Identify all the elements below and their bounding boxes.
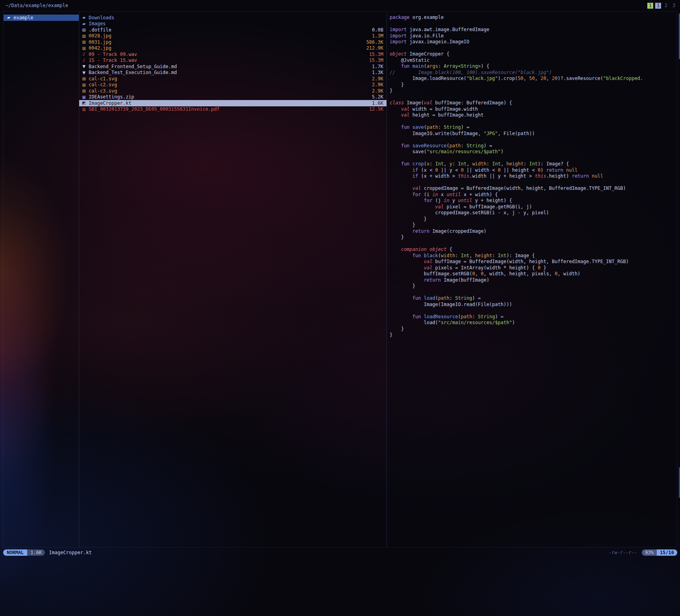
code-line [390,119,677,125]
code-line: fun load(path: String) = [390,295,677,302]
scroll-percent-badge: 93% [642,549,657,556]
file-row[interactable]: ▨cal-c1.svg2.9K [79,76,386,82]
file-row[interactable]: ▤.dotfile0.0B [79,27,386,33]
file-row[interactable]: ▨0031.jpg586.3K [79,39,386,45]
file-row[interactable]: ▨0028.jpg1.3M [79,33,386,39]
code-line: fun save(path: String) = [390,124,677,131]
code-line: if (x < 0 || y < 0 || width < 0 || heigh… [390,167,677,174]
status-left: NORMAL 1.6K ImageCropper.kt [3,549,92,556]
code-line: ImageIO.write(buffImage, "JPG", File(pat… [390,131,677,137]
file-row[interactable]: ◩ImageCropper.kt1.6K [79,100,386,106]
file-row[interactable]: ▼Backend_Frontend_Setup_Guide.md1.7K [79,63,386,70]
code-line: } [390,326,677,332]
tab-2[interactable]: 2 [663,3,669,9]
panes: ▰example ▰Downloads▰Images▤.dotfile0.0B▨… [3,11,677,547]
code-line: object ImageCropper { [390,51,677,58]
file-name: Images [89,21,380,26]
file-size: 5.2K [372,94,383,100]
audio-icon: ♪ [81,58,87,63]
code-line: val width = buffImage.width [390,106,677,113]
status-bar: NORMAL 1.6K ImageCropper.kt -rw-r--r-- 9… [3,549,677,556]
file-name: cal-c1.svg [89,76,369,82]
file-size: 212.9K [366,45,383,51]
preview-pane[interactable]: package org.exampleimport java.awt.image… [387,12,677,547]
file-row[interactable]: ▼Backend_Test_Execution_Guide.md1.3K [79,70,386,76]
file-name: cal-c2.svg [89,82,369,87]
screen: { "topbar": { "path": "~/Data/example/ex… [0,0,680,616]
code-line: val croppedImage = BufferedImage(width, … [390,186,677,192]
code-line: croppedImage.setRGB(i - x, j - y, pixel) [390,210,677,216]
code-line: return Image(buffImage) [390,277,677,284]
image-icon: ▨ [81,83,87,87]
file-row[interactable]: ▦IDEAsettings.zip5.2K [79,94,386,100]
file-name: Backend_Test_Execution_Guide.md [89,70,369,75]
code-line: fun saveResource(path: String) = [390,143,677,149]
code-line: } [390,283,677,289]
markdown-icon: ▼ [81,71,87,75]
file-size: 2.9K [372,82,383,87]
code-line: val pixel = buffImage.getRGB(i, j) [390,204,677,210]
code-line [390,155,677,161]
file-icon: ▤ [81,28,87,32]
image-icon: ▨ [81,40,87,44]
file-list-pane[interactable]: ▰Downloads▰Images▤.dotfile0.0B▨0028.jpg1… [79,12,387,547]
tab-1[interactable]: 1 [655,3,661,9]
file-name: cal-c3.svg [89,88,369,94]
code-line: @JvmStatic [390,58,677,64]
file-row[interactable]: ♪15 - Track 15.wav15.3M [79,58,386,64]
code-line: fun main(args: Array<String>) { [390,63,677,70]
file-row[interactable]: ▨cal-c2.svg2.9K [79,82,386,88]
file-name: 09 - Track 09.wav [89,52,366,57]
code-line: val buffImage = BufferedImage(width, hei… [390,259,677,265]
file-position-badge: 15/16 [657,549,677,556]
file-row[interactable]: ♪09 - Track 09.wav15.3M [79,51,386,58]
file-size: 15.3M [369,58,383,63]
kotlin-icon: ◩ [81,101,87,105]
markdown-icon: ▼ [81,64,87,69]
code-line: class Image(val buffImage: BufferedImage… [390,100,677,106]
code-line: if (x + width > this.width || y + height… [390,173,677,180]
code-line [390,94,677,100]
folder-icon: ▰ [81,22,87,26]
code-line [390,137,677,143]
code-line: import javax.imageio.ImageIO [390,39,677,45]
file-name: .dotfile [89,27,369,33]
file-size: 586.3K [366,39,383,45]
image-icon: ▨ [81,89,87,93]
code-line: package org.example [390,15,677,21]
code-line: buffImage.setRGB(0, 0, width, height, pi… [390,271,677,277]
code-line: companion object { [390,247,677,253]
file-row[interactable]: ▰Images [79,21,386,27]
code-line: // Image.black(100, 100).saveResource("b… [390,70,677,76]
file-size: 1.7K [372,64,383,69]
file-size-badge: 1.6K [27,549,45,556]
code-line [390,45,677,52]
audio-icon: ♪ [81,52,87,56]
code-line: for (j in y until y + height) { [390,198,677,204]
code-line: } [390,234,677,241]
file-name: SBI_0032013739_2023_DE05_0003155631Invoi… [89,106,366,112]
code-line: val height = buffImage.height [390,112,677,119]
parent-pane[interactable]: ▰example [3,12,79,547]
tab-1[interactable]: 1 [647,3,653,9]
code-line: import java.io.File [390,33,677,39]
parent-dir-item[interactable]: ▰example [4,15,79,21]
archive-icon: ▦ [81,95,87,99]
image-icon: ▨ [81,34,87,38]
code-line [390,180,677,186]
file-row[interactable]: ▨0042.jpg212.9K [79,45,386,52]
tab-bar: 1123 [647,3,677,9]
topbar: ~/Data/example/example 1123 [0,0,680,11]
folder-icon: ▰ [81,15,87,20]
code-line [390,308,677,314]
file-row[interactable]: ▥SBI_0032013739_2023_DE05_0003155631Invo… [79,106,386,113]
file-row[interactable]: ▰Downloads [79,15,386,21]
file-row[interactable]: ▨cal-c3.svg2.9K [79,88,386,94]
pdf-icon: ▥ [81,107,87,111]
file-size: 2.9K [372,76,383,82]
file-size: 15.3M [369,52,383,57]
tab-3[interactable]: 3 [671,3,677,9]
code-line: } [390,82,677,88]
code-line: Image.loadResource("black.jpg").crop(50,… [390,76,677,82]
file-name: 0031.jpg [89,39,363,45]
